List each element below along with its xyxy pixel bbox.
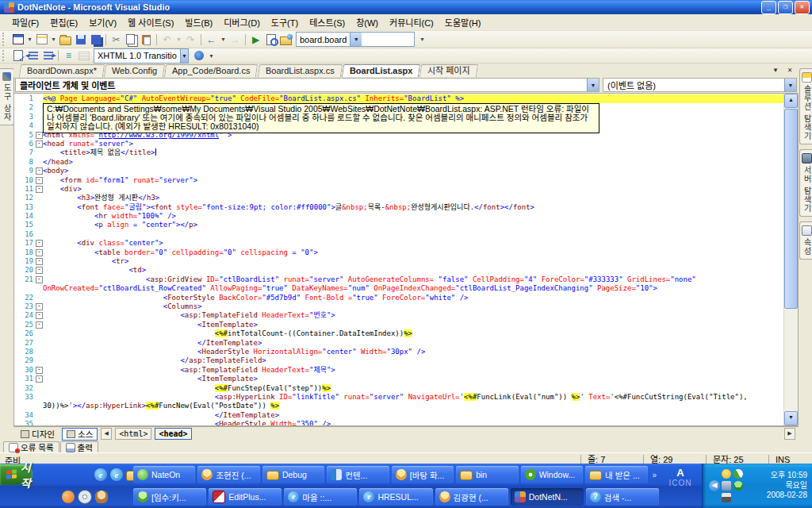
save-icon[interactable] (74, 33, 87, 46)
validate-icon[interactable] (11, 49, 25, 62)
document-tab[interactable]: App_Code/Board.cs (164, 64, 259, 77)
fold-collapse-icon[interactable] (35, 239, 43, 248)
tray-collapse-icon[interactable]: ◀ (709, 480, 720, 491)
breadcrumb-left-arrow-icon[interactable]: ◀ (101, 428, 112, 440)
dropdown-icon[interactable]: ▾ (26, 33, 33, 46)
toolbar-combobox[interactable]: board.board▼ (296, 32, 415, 47)
toolbox-tab[interactable]: 도구 상자 (0, 68, 14, 125)
start-debug-icon[interactable]: ▶ (249, 33, 262, 46)
fold-collapse-icon[interactable] (35, 366, 43, 375)
menu-item[interactable]: 디버그(D) (218, 13, 266, 31)
quicklaunch-ie-icon[interactable]: e (110, 468, 123, 481)
add-item-icon[interactable] (35, 33, 48, 46)
toolbar-combobox[interactable]: XHTML 1.0 Transitio▼ (94, 48, 189, 64)
quicklaunch-cd-icon[interactable] (78, 490, 92, 504)
format-icon[interactable]: ≡ (62, 49, 75, 62)
dropdown-arrow-icon[interactable]: ▼ (350, 33, 362, 46)
taskbar-button[interactable]: NateOn (133, 466, 195, 483)
start-button[interactable]: 시작 (0, 464, 33, 485)
dropdown-arrow-icon[interactable]: ▼ (784, 79, 796, 91)
save-all-icon[interactable] (89, 33, 102, 46)
menu-item[interactable]: 웹 사이트(S) (122, 13, 179, 31)
design-view-button[interactable]: 디자인 (17, 429, 59, 440)
side-tab-props[interactable]: 속성 (799, 221, 812, 260)
menu-item[interactable]: 도움말(H) (439, 13, 487, 31)
quicklaunch-ie-icon[interactable]: e (94, 468, 107, 481)
overflow-icon[interactable]: ▾ (418, 33, 427, 46)
nav-back-icon[interactable]: ← (205, 33, 218, 46)
overflow-icon[interactable]: ▾ (207, 49, 216, 62)
taskbar-clock[interactable]: 오후 10:59 목요일 2008-02-28 (767, 471, 812, 501)
taskbar-button[interactable]: 김광현 (... (435, 488, 508, 506)
source-view-button[interactable]: 소스 (62, 428, 98, 441)
taskbar-button[interactable]: [바탕 화... (392, 466, 454, 483)
side-tab-sol[interactable]: 솔루션 탐색기 (799, 68, 812, 144)
quicklaunch-mascot-icon[interactable] (95, 491, 108, 503)
ime-mode-indicator[interactable]: A (676, 467, 684, 479)
fold-collapse-icon[interactable] (35, 167, 43, 175)
accessibility-icon[interactable] (192, 49, 205, 62)
object-dropdown[interactable]: 클라이언트 개체 및 이벤트 ▼ (15, 78, 599, 92)
fold-collapse-icon[interactable] (35, 302, 43, 311)
paste-icon[interactable] (140, 33, 153, 46)
title-bar[interactable]: DotNetNote - Microsoft Visual Studio _ ❐… (0, 0, 812, 14)
document-tab[interactable]: BoardList.aspx.cs (258, 64, 343, 77)
tray-printer-icon[interactable] (722, 493, 731, 502)
taskbar-button[interactable]: Window... (521, 466, 583, 483)
indent-inc-icon[interactable] (41, 49, 55, 62)
find-icon[interactable] (264, 33, 278, 46)
copy-icon[interactable] (124, 33, 138, 46)
fold-collapse-icon[interactable] (35, 375, 43, 383)
new-window-icon[interactable] (11, 33, 25, 46)
document-tab[interactable]: Web.Config (104, 64, 166, 77)
toolbar-grip[interactable] (2, 33, 8, 46)
taskbar-button[interactable]: ?검색 -... (586, 488, 659, 506)
menu-item[interactable]: 도구(T) (266, 13, 304, 31)
minimize-button[interactable]: _ (761, 1, 776, 14)
dropdown-icon[interactable]: ▾ (50, 33, 57, 46)
vertical-scrollbar[interactable]: ▲ ▼ (783, 94, 798, 425)
menu-item[interactable]: 편집(E) (44, 13, 83, 31)
fold-collapse-icon[interactable] (35, 176, 43, 185)
document-tab[interactable]: BoardDown.aspx* (19, 64, 105, 77)
taskbar-button[interactable]: bin (456, 466, 518, 483)
maximize-button[interactable]: ❐ (778, 1, 793, 14)
fold-collapse-icon[interactable] (35, 266, 43, 275)
fold-collapse-icon[interactable] (35, 275, 43, 284)
tray-pill-icon[interactable] (732, 467, 745, 479)
taskbar-button[interactable]: EditPlus... (209, 488, 282, 506)
code-pane[interactable]: 1<%@ Page Language="C#" AutoEventWireup=… (14, 94, 783, 425)
language-bar[interactable]: A ICON (659, 464, 702, 508)
taskbar-button[interactable]: eHRESUL... (359, 488, 432, 506)
fold-collapse-icon[interactable] (35, 185, 43, 194)
dropdown-arrow-icon[interactable]: ▼ (180, 49, 188, 63)
cut-icon[interactable]: ✂ (109, 33, 123, 46)
event-dropdown[interactable]: (이벤트 없음) ▼ (603, 78, 797, 92)
fold-collapse-icon[interactable] (35, 248, 43, 257)
fold-collapse-icon[interactable] (35, 311, 43, 320)
taskbar-button[interactable]: 컨텐... (327, 466, 389, 483)
taskbar-overflow-icon[interactable]: » (650, 471, 660, 479)
taskbar-button[interactable]: DotNetN... (511, 488, 584, 506)
tray-user-icon[interactable] (733, 481, 743, 491)
menu-item[interactable]: 보기(V) (83, 13, 122, 31)
taskbar-button[interactable]: [임수:키... (133, 488, 206, 506)
fold-collapse-icon[interactable] (35, 140, 43, 148)
fold-collapse-icon[interactable] (35, 257, 43, 266)
close-document-icon[interactable]: ✕ (784, 65, 795, 75)
scroll-down-icon[interactable]: ▼ (784, 411, 798, 425)
menu-item[interactable]: 빌드(B) (179, 13, 218, 31)
menu-item[interactable]: 테스트(S) (304, 13, 350, 31)
document-tab[interactable]: 시작 페이지 (419, 64, 478, 77)
fold-collapse-icon[interactable] (35, 131, 43, 140)
error-list-tab[interactable]: 오류 목록 (3, 441, 59, 452)
taskbar-button[interactable]: e마을 ::... (284, 488, 357, 506)
toolbar-grip[interactable] (2, 50, 8, 61)
close-button[interactable]: ✕ (795, 1, 810, 14)
indent-dec-icon[interactable] (26, 49, 40, 62)
tray-smiley-icon[interactable] (722, 469, 731, 479)
scrollbar-thumb[interactable] (784, 109, 798, 309)
quicklaunch-ball-icon[interactable] (62, 491, 75, 503)
menu-item[interactable]: 창(W) (350, 13, 384, 31)
open-folder-icon[interactable] (59, 33, 72, 46)
